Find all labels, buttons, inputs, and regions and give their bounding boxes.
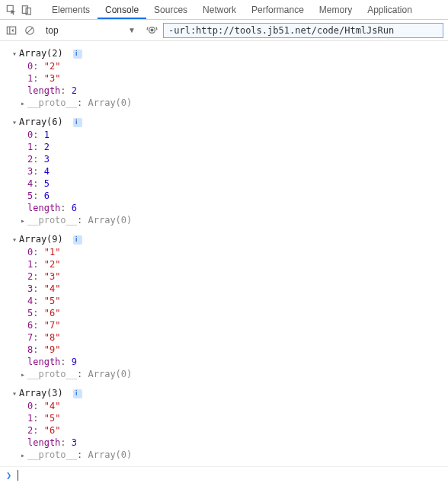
expand-caret-icon[interactable] bbox=[12, 233, 19, 246]
array-entry: 0: "4" bbox=[27, 400, 448, 412]
sidebar-toggle-icon[interactable] bbox=[5, 24, 18, 37]
expand-caret-icon[interactable] bbox=[12, 387, 19, 400]
array-proto[interactable]: __proto__: Array(0) bbox=[21, 214, 448, 227]
array-length: length: 9 bbox=[27, 356, 448, 368]
context-value: top bbox=[46, 25, 59, 36]
tab-application[interactable]: Application bbox=[360, 1, 420, 19]
array-entry: 1: "3" bbox=[27, 72, 448, 85]
array-proto[interactable]: __proto__: Array(0) bbox=[21, 97, 448, 110]
prompt-chevron-icon: ❯ bbox=[6, 470, 11, 481]
array-entry: 3: "4" bbox=[27, 283, 448, 295]
expand-caret-icon[interactable] bbox=[12, 47, 19, 60]
info-icon[interactable] bbox=[73, 118, 82, 127]
array-entry: 1: "5" bbox=[27, 412, 448, 424]
device-toggle-icon[interactable] bbox=[20, 3, 34, 17]
array-entry: 1: "2" bbox=[27, 258, 448, 270]
info-icon[interactable] bbox=[73, 389, 82, 398]
log-entry: Array(9) 0: "1"1: "2"2: "3"3: "4"4: "5"5… bbox=[0, 230, 448, 384]
svg-line-6 bbox=[27, 27, 33, 34]
array-entry: 2: 3 bbox=[27, 153, 448, 165]
info-icon[interactable] bbox=[73, 235, 82, 245]
log-entry: Array(6) 0: 11: 22: 33: 44: 55: 6length:… bbox=[0, 113, 448, 230]
array-header[interactable]: Array(6) bbox=[12, 116, 448, 129]
tab-sources[interactable]: Sources bbox=[146, 1, 195, 19]
array-header[interactable]: Array(3) bbox=[12, 387, 448, 400]
array-entry: 0: "2" bbox=[27, 60, 448, 72]
array-entry: 4: "5" bbox=[27, 295, 448, 307]
log-entry: Array(3) 0: "4"1: "5"2: "6"length: 3__pr… bbox=[0, 384, 448, 465]
expand-caret-icon[interactable] bbox=[12, 116, 19, 129]
tab-performance[interactable]: Performance bbox=[244, 1, 312, 19]
inspect-icon[interactable] bbox=[5, 3, 18, 17]
console-toolbar: top ▼ bbox=[0, 20, 448, 41]
array-entry: 3: 4 bbox=[27, 165, 448, 178]
tab-memory[interactable]: Memory bbox=[312, 1, 360, 19]
array-entry: 7: "8" bbox=[27, 331, 448, 344]
info-icon[interactable] bbox=[73, 50, 82, 59]
expand-caret-icon[interactable] bbox=[21, 97, 27, 110]
chevron-down-icon: ▼ bbox=[128, 26, 136, 34]
expand-caret-icon[interactable] bbox=[21, 449, 27, 462]
tab-console[interactable]: Console bbox=[98, 1, 146, 19]
svg-rect-1 bbox=[22, 5, 27, 13]
live-expression-icon[interactable] bbox=[145, 24, 158, 37]
array-entry: 5: "6" bbox=[27, 307, 448, 319]
console-output: Array(2) 0: "2"1: "3"length: 2__proto__:… bbox=[0, 41, 448, 466]
clear-console-icon[interactable] bbox=[23, 24, 37, 37]
array-proto[interactable]: __proto__: Array(0) bbox=[21, 449, 448, 462]
array-header[interactable]: Array(9) bbox=[12, 233, 448, 246]
text-cursor bbox=[18, 470, 18, 481]
array-entry: 4: 5 bbox=[27, 178, 448, 190]
array-length: length: 3 bbox=[27, 437, 448, 449]
array-length: length: 2 bbox=[27, 85, 448, 97]
context-selector[interactable]: top ▼ bbox=[41, 23, 140, 38]
array-entry: 2: "3" bbox=[27, 270, 448, 283]
array-entry: 0: "1" bbox=[27, 246, 448, 258]
array-header[interactable]: Array(2) bbox=[12, 47, 448, 60]
tab-network[interactable]: Network bbox=[195, 1, 244, 19]
log-entry: Array(2) 0: "2"1: "3"length: 2__proto__:… bbox=[0, 44, 448, 113]
array-entry: 5: 6 bbox=[27, 190, 448, 202]
array-entry: 0: 1 bbox=[27, 129, 448, 141]
expand-caret-icon[interactable] bbox=[21, 368, 27, 381]
array-entry: 6: "7" bbox=[27, 319, 448, 331]
array-entry: 8: "9" bbox=[27, 344, 448, 356]
devtools-tabs: ElementsConsoleSourcesNetworkPerformance… bbox=[0, 0, 448, 20]
tab-elements[interactable]: Elements bbox=[44, 1, 98, 19]
array-proto[interactable]: __proto__: Array(0) bbox=[21, 368, 448, 381]
filter-input[interactable] bbox=[163, 23, 443, 38]
array-length: length: 6 bbox=[27, 202, 448, 214]
console-prompt[interactable]: ❯ bbox=[0, 466, 448, 484]
array-entry: 1: 2 bbox=[27, 141, 448, 153]
array-entry: 2: "6" bbox=[27, 424, 448, 437]
expand-caret-icon[interactable] bbox=[21, 214, 27, 227]
svg-point-8 bbox=[151, 29, 153, 31]
